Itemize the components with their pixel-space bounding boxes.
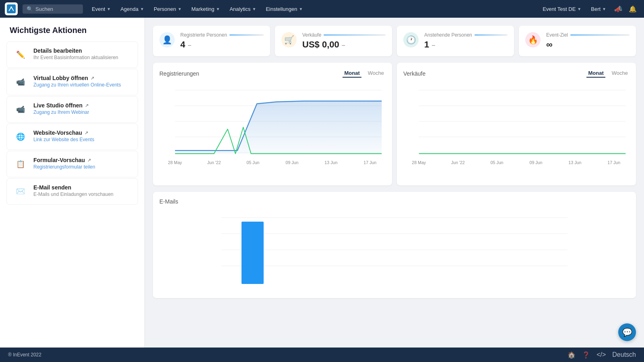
- sidebar-item-lobby-subtitle: Zugang zu Ihren virtuellen Online-Events: [33, 82, 121, 88]
- sidebar-title: Wichtigste Aktionen: [0, 26, 144, 41]
- nav-item-agenda[interactable]: Agenda ▼: [116, 0, 148, 18]
- email-chart-card: E-Mails: [153, 192, 636, 298]
- sidebar-item-lobby-label: Virtual Lobby öffnen ↗: [33, 75, 121, 81]
- charts-row: Registrierungen Monat Woche: [153, 63, 636, 185]
- sidebar-item-form-text: Formular-Vorschau ↗ Registrierungsformul…: [33, 157, 95, 170]
- svg-text:Jun '22: Jun '22: [451, 160, 465, 165]
- chevron-down-icon: ▼: [140, 7, 144, 11]
- sales-chart-card: Verkäufe Monat Woche: [397, 63, 636, 185]
- stat-cards-row: 👤 Registrierte Personen 4 – 🛒 Verkäufe U…: [153, 26, 636, 56]
- sidebar-item-form-subtitle: Registrierungsformular teilen: [33, 164, 95, 170]
- svg-text:09 Jun: 09 Jun: [285, 160, 298, 165]
- sidebar-item-details-text: Details bearbeiten Ihr Event Basisinform…: [33, 47, 118, 60]
- stat-card-sales: 🛒 Verkäufe US$ 0,00 –: [275, 26, 392, 56]
- stat-card-registered-value: 4 –: [180, 39, 264, 50]
- search-box[interactable]: 🔍 Suchen: [23, 4, 83, 14]
- stat-card-goal: 🔥 Event-Ziel ∞: [519, 26, 636, 56]
- event-selector[interactable]: Event Test DE ▼: [539, 0, 585, 18]
- chevron-down-icon: ▼: [602, 7, 606, 11]
- footer-copyright: ® InEvent 2022: [8, 352, 41, 358]
- email-chart-title: E-Mails: [159, 198, 630, 205]
- sidebar-item-email[interactable]: ✉️ E-Mail senden E-Mails und Einladungen…: [6, 178, 138, 205]
- footer-icons: 🏠 ❓ </> Deutsch: [568, 351, 636, 359]
- nav-item-event[interactable]: Event ▼: [88, 0, 115, 18]
- sales-chart-title: Verkäufe: [403, 70, 425, 77]
- mail-icon: ✉️: [13, 184, 28, 199]
- sidebar-item-studio-label: Live Studio öffnen ↗: [33, 102, 89, 109]
- svg-text:Jun '22: Jun '22: [207, 160, 221, 165]
- user-menu[interactable]: Bert ▼: [587, 0, 610, 18]
- svg-text:13 Jun: 13 Jun: [324, 160, 337, 165]
- sidebar-item-lobby[interactable]: 📹 Virtual Lobby öffnen ↗ Zugang zu Ihren…: [6, 69, 138, 95]
- stat-card-pending: 🕐 Anstehende Personen 1 –: [397, 26, 514, 56]
- sidebar-item-website-text: Website-Vorschau ↗ Link zur Website des …: [33, 130, 94, 142]
- chevron-down-icon: ▼: [299, 7, 303, 11]
- registrations-chart-tabs: Monat Woche: [343, 69, 386, 78]
- stat-card-sales-value: US$ 0,00 –: [302, 39, 386, 50]
- sidebar-item-lobby-text: Virtual Lobby öffnen ↗ Zugang zu Ihren v…: [33, 75, 121, 88]
- sidebar-item-website-label: Website-Vorschau ↗: [33, 130, 94, 136]
- svg-text:17 Jun: 17 Jun: [607, 160, 620, 165]
- content-area: Wichtigste Aktionen ✏️ Details bearbeite…: [0, 18, 644, 348]
- sales-tab-month[interactable]: Monat: [586, 69, 605, 78]
- globe-icon: 🌐: [13, 130, 28, 144]
- chevron-down-icon: ▼: [178, 7, 182, 11]
- nav-item-analytics[interactable]: Analytics ▼: [225, 0, 260, 18]
- sidebar-item-details-label: Details bearbeiten: [33, 47, 118, 54]
- chat-button[interactable]: 💬: [618, 323, 636, 341]
- sidebar-item-details[interactable]: ✏️ Details bearbeiten Ihr Event Basisinf…: [6, 41, 138, 68]
- sidebar: Wichtigste Aktionen ✏️ Details bearbeite…: [0, 18, 145, 348]
- sidebar-item-details-subtitle: Ihr Event Basisinformation aktualisieren: [33, 55, 118, 60]
- external-link-icon: ↗: [91, 76, 94, 81]
- svg-text:05 Jun: 05 Jun: [247, 160, 260, 165]
- svg-text:09 Jun: 09 Jun: [529, 160, 542, 165]
- search-icon: 🔍: [27, 6, 33, 12]
- language-selector[interactable]: Deutsch: [612, 351, 636, 358]
- goal-icon: 🔥: [525, 32, 541, 47]
- registrations-tab-month[interactable]: Monat: [343, 69, 361, 78]
- stat-card-registered-content: Registrierte Personen 4 –: [180, 32, 264, 50]
- code-icon[interactable]: </>: [597, 351, 606, 358]
- sidebar-item-email-text: E-Mail senden E-Mails und Einladungen vo…: [33, 184, 114, 197]
- stat-card-registered: 👤 Registrierte Personen 4 –: [153, 26, 270, 56]
- megaphone-icon[interactable]: 📣: [612, 2, 625, 15]
- registrations-chart-card: Registrierungen Monat Woche: [153, 63, 392, 185]
- sidebar-item-form[interactable]: 📋 Formular-Vorschau ↗ Registrierungsform…: [6, 151, 138, 177]
- footer: ® InEvent 2022 🏠 ❓ </> Deutsch: [0, 348, 644, 362]
- registrations-tab-week[interactable]: Woche: [366, 69, 386, 78]
- registrations-chart-svg-wrap: 28 May Jun '22 05 Jun 09 Jun 13 Jun 17 J…: [159, 81, 386, 179]
- sidebar-item-studio[interactable]: 📹 Live Studio öffnen ↗ Zugang zu Ihrem W…: [6, 96, 138, 123]
- search-placeholder: Suchen: [35, 6, 53, 12]
- pending-icon: 🕐: [403, 32, 419, 47]
- form-icon: 📋: [13, 157, 28, 171]
- app-logo[interactable]: [5, 2, 18, 15]
- stat-card-goal-label: Event-Ziel: [546, 32, 630, 38]
- sales-tab-week[interactable]: Woche: [610, 69, 630, 78]
- sidebar-item-email-subtitle: E-Mails und Einladungen vorschauen: [33, 191, 114, 197]
- nav-item-marketing[interactable]: Marketing ▼: [187, 0, 224, 18]
- edit-icon: ✏️: [13, 47, 28, 62]
- stat-card-pending-content: Anstehende Personen 1 –: [424, 32, 508, 50]
- sidebar-item-studio-subtitle: Zugang zu Ihrem Webinar: [33, 109, 89, 115]
- svg-text:13 Jun: 13 Jun: [568, 160, 581, 165]
- svg-point-1: [10, 6, 12, 8]
- bell-icon[interactable]: 🔔: [626, 2, 639, 15]
- nav-item-personen[interactable]: Personen ▼: [150, 0, 186, 18]
- sidebar-item-form-label: Formular-Vorschau ↗: [33, 157, 95, 163]
- chevron-down-icon: ▼: [107, 7, 111, 11]
- svg-rect-28: [242, 222, 264, 284]
- sales-chart-svg-wrap: 28 May Jun '22 05 Jun 09 Jun 13 Jun 17 J…: [403, 81, 630, 179]
- svg-text:17 Jun: 17 Jun: [363, 160, 376, 165]
- stat-card-goal-value: ∞: [546, 39, 630, 50]
- external-link-icon: ↗: [87, 158, 91, 163]
- navbar: 🔍 Suchen Event ▼ Agenda ▼ Personen ▼ Mar…: [0, 0, 644, 18]
- svg-rect-0: [7, 4, 16, 13]
- nav-item-einstellungen[interactable]: Einstellungen ▼: [262, 0, 307, 18]
- home-icon[interactable]: 🏠: [568, 351, 576, 359]
- sales-chart-tabs: Monat Woche: [586, 69, 630, 78]
- registrations-chart-header: Registrierungen Monat Woche: [159, 69, 386, 78]
- sidebar-item-website[interactable]: 🌐 Website-Vorschau ↗ Link zur Website de…: [6, 123, 138, 150]
- chevron-down-icon: ▼: [252, 7, 256, 11]
- live-icon: 📹: [13, 102, 28, 117]
- help-icon[interactable]: ❓: [582, 351, 590, 359]
